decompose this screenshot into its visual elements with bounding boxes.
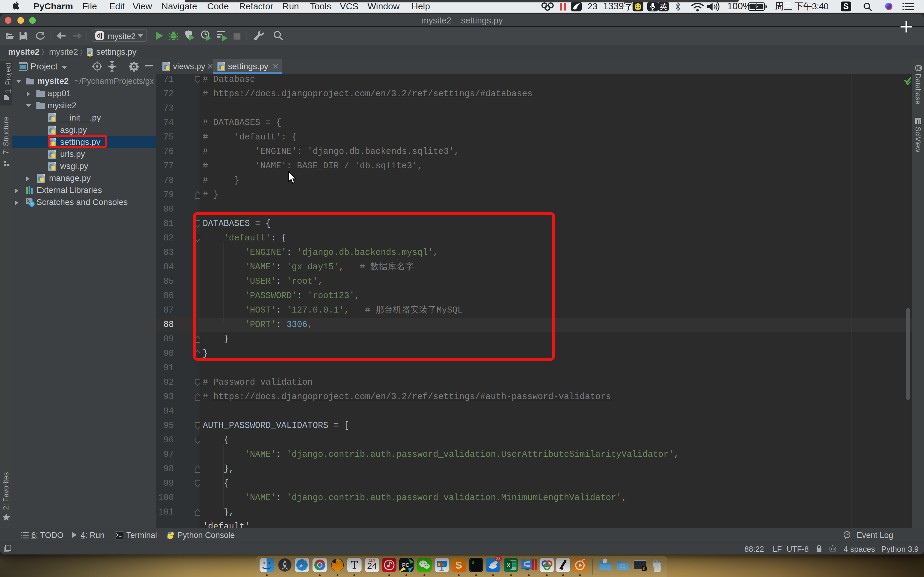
svg-text:$_: $_ [472,561,477,565]
svg-text:S: S [643,566,646,571]
svg-text:X: X [507,562,511,569]
svg-text:PC: PC [402,562,409,568]
